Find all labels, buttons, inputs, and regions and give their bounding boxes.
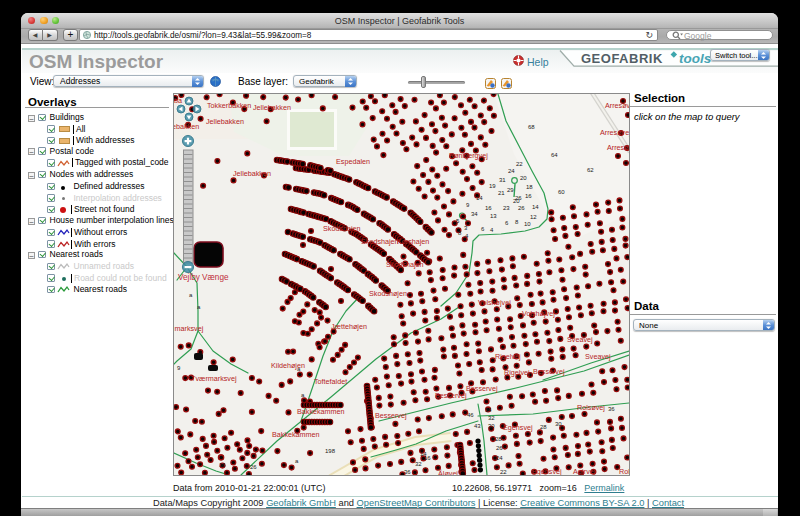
svg-text:43: 43: [474, 423, 481, 429]
svg-text:14: 14: [420, 451, 427, 457]
svg-text:24: 24: [496, 455, 503, 461]
svg-text:Rigelvej: Rigelvej: [504, 368, 530, 377]
svg-text:32: 32: [488, 415, 495, 421]
svg-text:Egensvej: Egensvej: [532, 467, 562, 476]
svg-text:Tokkerbakken: Tokkerbakken: [207, 101, 251, 110]
svg-text:10: 10: [524, 221, 531, 227]
svg-text:30: 30: [488, 423, 495, 429]
svg-text:Volshøjvej: Volshøjvej: [522, 309, 555, 318]
svg-text:Sveavej: Sveavej: [585, 352, 611, 361]
svg-text:20: 20: [513, 198, 520, 204]
svg-text:28: 28: [495, 436, 502, 442]
svg-text:Sveavej: Sveavej: [567, 335, 593, 344]
svg-text:Arresøvej: Arresøvej: [600, 128, 630, 137]
svg-text:ba: ba: [174, 96, 182, 105]
svg-text:Åløvej: Åløvej: [438, 469, 458, 476]
svg-text:13: 13: [490, 213, 497, 219]
svg-text:Jættehøjen: Jættehøjen: [331, 322, 367, 331]
svg-text:Skodshøjen: Skodshøjen: [369, 289, 407, 298]
svg-text:Skodshajen: Skodshajen: [386, 260, 424, 269]
svg-text:Rolsøvej: Rolsøvej: [577, 403, 605, 412]
svg-text:Jellebakken: Jellebakken: [253, 103, 291, 112]
svg-text:Volshøjvej: Volshøjvej: [478, 298, 511, 307]
svg-text:36: 36: [404, 469, 411, 475]
svg-text:34: 34: [485, 407, 492, 413]
svg-text:Jellebakken: Jellebakken: [233, 169, 271, 178]
svg-text:26: 26: [496, 445, 503, 451]
svg-text:Rønbjergvej: Rønbjergvej: [449, 151, 488, 160]
svg-text:24: 24: [508, 168, 515, 174]
svg-text:26: 26: [250, 464, 257, 470]
svg-text:68: 68: [528, 124, 535, 130]
svg-text:60: 60: [558, 189, 565, 195]
svg-text:22: 22: [516, 161, 523, 167]
svg-text:Skodshajen: Skodshajen: [323, 224, 361, 233]
svg-text:14: 14: [476, 195, 483, 201]
svg-text:ebakken: ebakken: [173, 122, 199, 131]
svg-text:Besservej: Besservej: [375, 411, 407, 420]
svg-text:Rolsø: Rolsø: [619, 467, 630, 476]
svg-text:64: 64: [551, 152, 558, 158]
svg-text:Espedalen: Espedalen: [336, 157, 370, 166]
svg-text:22: 22: [500, 469, 507, 475]
svg-text:Vejlby Vænge: Vejlby Vænge: [178, 273, 229, 282]
svg-text:Rigelvej: Rigelvej: [495, 352, 521, 361]
svg-text:Skodshajen: Skodshajen: [361, 237, 399, 246]
svg-text:16: 16: [485, 205, 492, 211]
svg-text:28: 28: [540, 424, 547, 430]
svg-text:Egensvej: Egensvej: [503, 423, 533, 432]
svg-text:19: 19: [489, 183, 496, 189]
svg-text:Korshajen: Korshajen: [397, 237, 429, 246]
svg-text:31: 31: [499, 177, 506, 183]
svg-text:Jellebakken: Jellebakken: [206, 117, 244, 126]
svg-text:Bakkekammen: Bakkekammen: [272, 430, 320, 439]
svg-text:Arresøvej: Arresøvej: [605, 101, 630, 110]
svg-text:36: 36: [608, 406, 615, 412]
svg-text:20: 20: [520, 175, 527, 181]
svg-text:marksvej: marksvej: [174, 324, 203, 333]
svg-text:Agtrvej: Agtrvej: [573, 467, 596, 476]
svg-text:29: 29: [507, 187, 514, 193]
svg-text:34: 34: [471, 211, 478, 217]
svg-text:Tværmarksvej: Tværmarksvej: [191, 374, 237, 383]
svg-text:16: 16: [525, 193, 532, 199]
svg-text:198: 198: [325, 448, 336, 454]
svg-text:GEOFABRIK: GEOFABRIK: [581, 51, 663, 66]
svg-text:Toftefaldet: Toftefaldet: [314, 377, 347, 386]
svg-text:30: 30: [555, 421, 562, 427]
svg-text:21: 21: [498, 190, 505, 196]
svg-text:Besservej: Besservej: [435, 391, 467, 400]
svg-text:tools: tools: [679, 51, 712, 66]
svg-text:16: 16: [219, 462, 226, 468]
svg-text:Besservej: Besservej: [533, 367, 565, 376]
svg-text:18: 18: [526, 184, 533, 190]
svg-text:Besservej: Besservej: [466, 384, 498, 393]
svg-text:62: 62: [587, 167, 594, 173]
svg-text:26: 26: [518, 205, 525, 211]
svg-text:Arresøvej: Arresøvej: [607, 143, 630, 152]
svg-text:14: 14: [532, 204, 539, 210]
svg-text:46: 46: [467, 412, 474, 418]
svg-text:12: 12: [530, 214, 537, 220]
svg-text:32: 32: [415, 461, 422, 467]
svg-text:Bakkekammen: Bakkekammen: [297, 407, 345, 416]
svg-text:23: 23: [503, 205, 510, 211]
